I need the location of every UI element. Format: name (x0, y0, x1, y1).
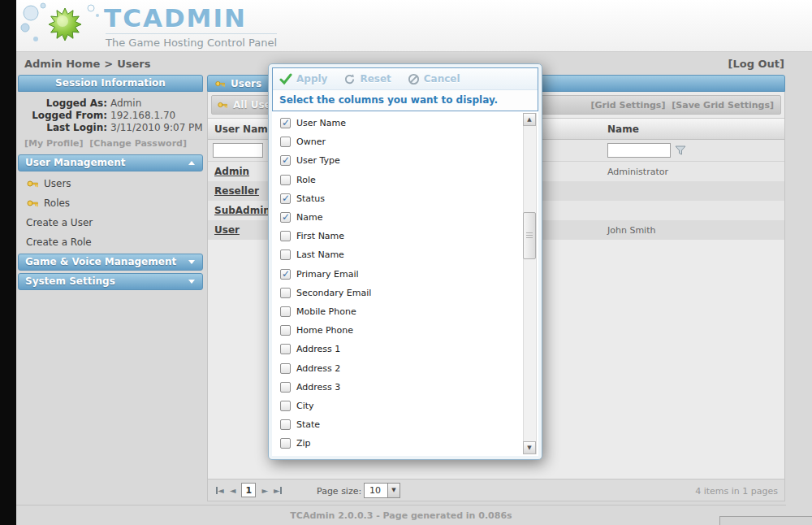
column-header-user-name[interactable]: User Name (214, 124, 274, 135)
change-password-link[interactable]: [Change Password] (89, 138, 187, 149)
column-option-label: Mobile Phone (296, 306, 356, 317)
column-option-row[interactable]: Secondary Email (280, 284, 517, 302)
scrollbar-thumb[interactable] (523, 212, 536, 259)
section-game-voice-management[interactable]: Game & Voice Management (18, 254, 203, 271)
column-checkbox[interactable] (280, 175, 291, 185)
column-checkbox[interactable] (280, 137, 291, 147)
user-name-link[interactable]: User (214, 224, 240, 236)
column-option-row[interactable]: Address 1 (280, 340, 517, 358)
column-option-label: Secondary Email (296, 288, 371, 298)
column-list-area: User Name Owner User Type Role Status Na… (272, 111, 538, 456)
save-grid-settings-link[interactable]: [Save Grid Settings] (672, 100, 774, 111)
column-checkbox[interactable] (280, 155, 291, 166)
user-name-filter-input[interactable] (213, 143, 263, 158)
column-option-row[interactable]: Role (280, 171, 517, 189)
column-option-row[interactable]: Status (280, 189, 517, 208)
column-checkbox[interactable] (280, 363, 291, 374)
next-page-button[interactable]: ► (261, 486, 268, 495)
name-filter-input[interactable] (607, 143, 671, 158)
logout-link[interactable]: [Log Out] (728, 58, 784, 70)
profile-links: [My Profile] [Change Password] (24, 138, 190, 149)
apply-button[interactable]: Apply (279, 72, 327, 85)
session-info-row: Logged From: 192.168.1.70 (18, 110, 203, 122)
column-checkbox[interactable] (280, 212, 291, 223)
pagination-bar: ◄ ◄ 1 ► ► Page size: 10 ▼ 4 items in 1 p… (208, 479, 784, 501)
column-checkbox[interactable] (280, 382, 291, 393)
funnel-icon[interactable] (675, 145, 686, 156)
brand-tagline: The Game Hosting Control Panel (106, 33, 277, 49)
chevron-down-icon (188, 280, 195, 284)
last-page-button[interactable]: ► (274, 486, 282, 495)
session-info-value: 3/11/2010 9:07 PM (110, 122, 203, 134)
column-option-row[interactable]: User Type (280, 151, 517, 170)
check-icon (279, 72, 292, 85)
column-option-row[interactable]: User Name (280, 114, 517, 132)
column-checkbox[interactable] (280, 419, 291, 430)
previous-page-button[interactable]: ◄ (230, 486, 236, 495)
column-checkbox[interactable] (280, 288, 291, 298)
page-left-margin (0, 0, 16, 525)
scroll-down-button[interactable]: ▼ (523, 441, 536, 454)
column-option-row[interactable]: Mobile Phone (280, 302, 517, 321)
cancel-button[interactable]: Cancel (408, 73, 460, 85)
reset-label: Reset (360, 73, 391, 85)
column-chooser-dialog: Apply Reset Cancel Select the columns yo… (268, 63, 542, 460)
page-size-select[interactable]: 10 ▼ (364, 483, 400, 498)
column-checkbox[interactable] (280, 401, 291, 411)
column-option-row[interactable]: First Name (280, 227, 517, 245)
column-option-row[interactable]: City (280, 397, 517, 415)
column-option-label: User Name (296, 118, 346, 128)
sidebar-menu-item[interactable]: Create a Role (18, 232, 203, 252)
sidebar-menu: Users Roles Create a User Create a Role (18, 174, 203, 252)
reset-button[interactable]: Reset (343, 73, 391, 85)
column-checkbox[interactable] (280, 306, 291, 317)
user-full-name: John Smith (607, 225, 655, 236)
breadcrumb-users: Users (117, 58, 150, 70)
column-checkbox[interactable] (280, 249, 291, 260)
column-option-label: First Name (296, 231, 344, 241)
column-option-row[interactable]: Primary Email (280, 265, 517, 284)
column-header-name[interactable]: Name (607, 124, 639, 135)
column-option-row[interactable]: Zip (280, 434, 517, 453)
column-checkbox[interactable] (280, 193, 291, 204)
column-option-row[interactable]: Name (280, 208, 517, 227)
user-full-name: Administrator (607, 167, 668, 177)
first-page-button[interactable]: ◄ (216, 486, 224, 495)
column-checkbox[interactable] (280, 231, 291, 241)
column-checkbox[interactable] (280, 344, 291, 354)
current-page-indicator[interactable]: 1 (241, 483, 256, 497)
section-system-settings[interactable]: System Settings (18, 273, 203, 290)
column-option-row[interactable]: Address 3 (280, 378, 517, 397)
section-user-management[interactable]: User Management (18, 154, 203, 171)
column-checkbox[interactable] (280, 269, 291, 280)
items-summary: 4 items in 1 pages (695, 486, 778, 497)
column-option-row[interactable]: Owner (280, 132, 517, 151)
column-checkbox[interactable] (280, 438, 291, 449)
column-option-label: State (296, 419, 320, 430)
column-option-row[interactable]: Address 2 (280, 358, 517, 377)
dialog-scrollbar[interactable]: ▲ ▼ (523, 113, 537, 454)
sidebar-menu-label: Create a Role (26, 236, 92, 248)
column-option-label: Home Phone (296, 325, 353, 336)
chevron-down-icon: ▼ (387, 484, 400, 497)
user-name-link[interactable]: SubAdmin (214, 205, 270, 216)
tcadmin-control-panel: TCADMIN The Game Hosting Control Panel A… (0, 0, 812, 525)
sidebar-menu-item[interactable]: Create a User (18, 213, 203, 232)
column-option-row[interactable]: State (280, 415, 517, 434)
column-option-row[interactable]: Last Name (280, 245, 517, 264)
session-info: Logged As: Admin Logged From: 192.168.1.… (18, 98, 203, 134)
grid-settings-link[interactable]: [Grid Settings] (591, 100, 666, 111)
scroll-up-button[interactable]: ▲ (523, 113, 536, 126)
user-name-link[interactable]: Reseller (214, 185, 259, 197)
column-option-label: User Type (296, 155, 340, 166)
sidebar-menu-item[interactable]: Users (18, 174, 203, 193)
breadcrumb-admin-home[interactable]: Admin Home (24, 58, 100, 70)
column-option-row[interactable]: Home Phone (280, 321, 517, 340)
sidebar-menu-item[interactable]: Roles (18, 193, 203, 213)
my-profile-link[interactable]: [My Profile] (24, 138, 83, 149)
column-checkbox[interactable] (280, 118, 291, 128)
user-name-link[interactable]: Admin (214, 166, 249, 177)
key-icon (26, 177, 39, 190)
page-size-label: Page size: (317, 486, 361, 497)
column-checkbox[interactable] (280, 325, 291, 336)
